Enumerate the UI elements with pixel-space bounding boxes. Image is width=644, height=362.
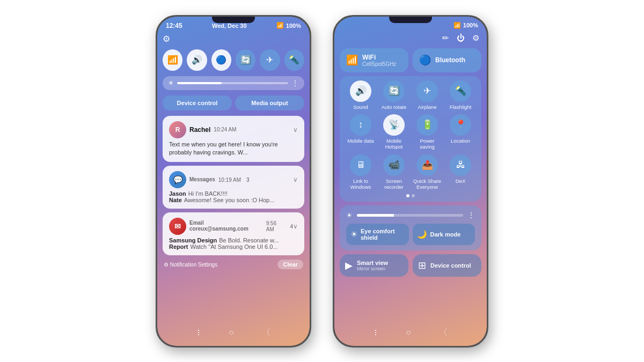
qs-device-control-btn[interactable]: ⊞ Device control xyxy=(413,254,481,277)
avatar-email: ✉ xyxy=(169,218,186,235)
qs-grid-row-1: 🔊 Sound 🔄 Auto rotate ✈ Airplane 🔦 xyxy=(344,80,477,110)
qs-devicectrl-text: Device control xyxy=(430,262,471,269)
bottom-nav-1: ⫶ ○ 〈 xyxy=(157,324,310,342)
qs-bluetooth-icon: 🔵 xyxy=(419,54,431,66)
qs-tile-powersaving[interactable]: 🔋 Power saving xyxy=(412,114,442,150)
status-bar-1: 12:45 Wed, Dec 30 📶 100% xyxy=(157,17,310,32)
battery-icon-1: 100% xyxy=(286,23,301,29)
device-media-row: Device control Media output xyxy=(163,95,304,110)
qs-hotspot-icon: 📡 xyxy=(383,114,405,136)
nav-home-2[interactable]: ○ xyxy=(406,328,411,337)
bottom-nav-2: ⫶ ○ 〈 xyxy=(334,324,487,342)
expand-email[interactable]: ∨ xyxy=(293,223,298,230)
qs-tiles-grid: 🔊 Sound 🔄 Auto rotate ✈ Airplane 🔦 xyxy=(340,76,481,202)
notif-sender-messages: 💬 Messages 10:19 AM 3 xyxy=(169,171,250,188)
nav-recent-1[interactable]: ⫶ xyxy=(196,328,201,337)
notification-rachel[interactable]: R Rachel 10:24 AM ∨ Text me when you get… xyxy=(163,116,304,162)
status-bar-2: 📶 100% xyxy=(334,17,487,31)
clear-btn[interactable]: Clear xyxy=(277,260,303,269)
notification-email[interactable]: ✉ Email coreux@samsung.com 9:56 AM 4 ∨ S… xyxy=(163,212,304,255)
qs-page-dots xyxy=(344,194,477,197)
notif-app-messages: Messages xyxy=(189,176,215,182)
qs-tile-dex[interactable]: 🖧 DeX xyxy=(445,154,475,190)
qs-dark-mode-btn[interactable]: 🌙 Dark mode xyxy=(413,224,475,245)
notif-footer: ⚙ Notification Settings Clear xyxy=(163,260,304,269)
qs-tile-flashlight[interactable]: 🔦 Flashlight xyxy=(445,80,475,110)
qs-tile-hotspot[interactable]: 📡 Mobile Hotspot xyxy=(379,114,409,150)
toggle-sound[interactable]: 🔊 xyxy=(187,49,207,71)
qs-devicectrl-icon: ⊞ xyxy=(418,260,426,271)
device-control-btn[interactable]: Device control xyxy=(163,95,232,110)
phone-2-screen: 📶 100% ✏ ⏻ ⚙ 📶 WiFi Cell xyxy=(334,17,487,346)
quick-settings-panel: ✏ ⏻ ⚙ 📶 WiFi CellSpot5GHz 🔵 xyxy=(334,31,487,282)
notif-sender-rachel: R Rachel 10:24 AM xyxy=(169,121,237,138)
qs-comfort-row: ☀ Eye comfort shield 🌙 Dark mode xyxy=(346,224,475,245)
qs-tile-sound[interactable]: 🔊 Sound xyxy=(346,80,376,110)
qs-bright-more[interactable]: ⋮ xyxy=(467,211,475,219)
qs-edit-icon[interactable]: ✏ xyxy=(442,33,449,43)
quick-toggles-row: 📶 🔊 🔵 🔄 ✈ 🔦 xyxy=(163,49,304,71)
qs-eye-comfort-btn[interactable]: ☀ Eye comfort shield xyxy=(346,224,409,245)
brightness-fill-1 xyxy=(177,82,222,84)
nav-recent-2[interactable]: ⫶ xyxy=(374,328,378,337)
notif-time-rachel: 10:24 AM xyxy=(214,127,236,132)
qs-linktow-icon: 🖥 xyxy=(350,154,371,176)
signal-icon-1: 📶 xyxy=(276,22,284,29)
qs-smartview-icon: ▶ xyxy=(345,260,353,271)
notif-time-email: 9:56 AM xyxy=(266,220,285,232)
qs-tile-quickshare[interactable]: 📤 Quick Share Everyone xyxy=(412,154,442,190)
qs-smart-view-btn[interactable]: ▶ Smart view Mirror screen xyxy=(340,254,408,277)
qs-wifi-text: WiFi CellSpot5GHz xyxy=(362,54,396,67)
qs-tile-autorotate[interactable]: 🔄 Auto rotate xyxy=(379,80,409,110)
toggle-airplane[interactable]: ✈ xyxy=(260,49,280,71)
status-time-1: 12:45 xyxy=(166,22,182,29)
qs-wifi-tile[interactable]: 📶 WiFi CellSpot5GHz xyxy=(340,48,408,72)
expand-rachel[interactable]: ∨ xyxy=(293,126,298,134)
qs-brightness-row: ☀ ⋮ xyxy=(346,211,475,219)
qs-autorotate-icon: 🔄 xyxy=(383,80,405,102)
qs-tile-airplane[interactable]: ✈ Airplane xyxy=(412,80,442,110)
toggle-bluetooth[interactable]: 🔵 xyxy=(211,49,231,71)
nav-back-1[interactable]: 〈 xyxy=(262,327,270,338)
toggle-flashlight[interactable]: 🔦 xyxy=(284,49,304,71)
brightness-bar-1[interactable] xyxy=(177,82,288,84)
status-date-1: Wed, Dec 30 xyxy=(212,23,247,29)
notification-settings-btn[interactable]: ⚙ Notification Settings xyxy=(164,262,217,268)
phone-2: 📶 100% ✏ ⏻ ⚙ 📶 WiFi Cell xyxy=(333,15,488,348)
qs-bluetooth-text: Bluetooth xyxy=(435,56,465,64)
notif-time-messages: 10:19 AM xyxy=(218,177,241,183)
qs-tile-screenrec[interactable]: 📹 Screen recorder xyxy=(379,154,409,190)
brightness-more-1[interactable]: ⋮ xyxy=(291,79,299,87)
toggle-wifi[interactable]: 📶 xyxy=(163,49,182,71)
qs-settings-icon[interactable]: ⚙ xyxy=(472,33,479,43)
notif-header-rachel: R Rachel 10:24 AM ∨ xyxy=(169,121,298,138)
notification-messages[interactable]: 💬 Messages 10:19 AM 3 ∨ Jason Hi I'm BAC… xyxy=(163,166,304,209)
expand-messages[interactable]: ∨ xyxy=(293,176,298,183)
qs-grid-row-3: 🖥 Link to Windows 📹 Screen recorder 📤 Qu… xyxy=(344,154,477,190)
notif-badge-messages: 3 xyxy=(246,177,250,183)
qs-dot-1 xyxy=(406,194,409,197)
nav-home-1[interactable]: ○ xyxy=(229,328,234,337)
qs-tile-mobiledata[interactable]: ↕ Mobile data xyxy=(346,114,376,150)
nav-back-2[interactable]: 〈 xyxy=(439,327,448,338)
qs-bluetooth-tile[interactable]: 🔵 Bluetooth xyxy=(413,48,481,72)
qs-bright-fill xyxy=(357,214,394,217)
avatar-rachel: R xyxy=(169,121,186,138)
qs-eye-icon: ☀ xyxy=(350,230,357,239)
qs-bright-bar[interactable] xyxy=(357,214,463,217)
qs-location-icon: 📍 xyxy=(450,114,471,136)
notif-gear-icon[interactable]: ⚙ xyxy=(163,34,170,44)
status-icons-1: 📶 100% xyxy=(276,22,301,29)
notif-sub2-messages: Nate Awesome! See you soon :O Hop... xyxy=(169,197,298,203)
qs-power-icon[interactable]: ⏻ xyxy=(457,33,465,43)
phone-1-screen: 12:45 Wed, Dec 30 📶 100% ⚙ 📶 🔊 🔵 🔄 xyxy=(157,17,310,346)
qs-tile-location[interactable]: 📍 Location xyxy=(445,114,475,150)
notif-sender-email: ✉ Email coreux@samsung.com 9:56 AM 4 xyxy=(169,218,293,235)
qs-moon-icon: 🌙 xyxy=(417,230,427,239)
battery-icon-2: 100% xyxy=(463,22,478,28)
notif-app-email: Email coreux@samsung.com xyxy=(189,220,263,232)
media-output-btn[interactable]: Media output xyxy=(235,95,304,110)
qs-tile-linktow[interactable]: 🖥 Link to Windows xyxy=(346,154,376,190)
toggle-autorotate[interactable]: 🔄 xyxy=(236,49,255,71)
qs-smart-text: Smart view Mirror screen xyxy=(357,260,388,271)
